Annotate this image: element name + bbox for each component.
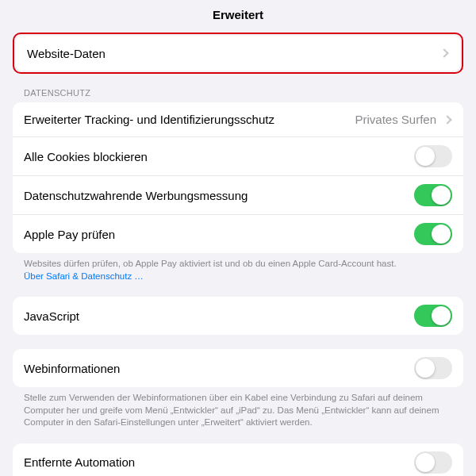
block-cookies-label: Alle Cookies blockieren <box>24 150 414 163</box>
tracking-protection-label: Erweiterter Tracking- und Identifizierun… <box>24 113 355 126</box>
website-data-label: Website-Daten <box>27 47 438 60</box>
tracking-protection-row[interactable]: Erweiterter Tracking- und Identifizierun… <box>13 102 463 137</box>
javascript-label: JavaScript <box>24 309 414 323</box>
apple-pay-label: Apple Pay prüfen <box>24 228 414 241</box>
web-inspector-row[interactable]: Webinformationen <box>13 349 463 387</box>
page-title: Erweitert <box>0 0 476 33</box>
privacy-list: Erweiterter Tracking- und Identifizierun… <box>13 102 463 253</box>
apple-pay-row[interactable]: Apple Pay prüfen <box>13 215 463 253</box>
privacy-section-header: DATENSCHUTZ <box>13 88 463 102</box>
remote-automation-toggle[interactable] <box>414 451 452 474</box>
privacy-footer: Websites dürfen prüfen, ob Apple Pay akt… <box>13 253 463 282</box>
about-privacy-link[interactable]: Über Safari & Datenschutz … <box>24 271 144 281</box>
remote-automation-row[interactable]: Entfernte Automation <box>13 443 463 476</box>
website-data-row[interactable]: Website-Daten <box>16 36 460 71</box>
remote-automation-label: Entfernte Automation <box>24 455 414 469</box>
privacy-footer-text: Websites dürfen prüfen, ob Apple Pay akt… <box>24 259 397 268</box>
javascript-list: JavaScript <box>13 297 463 335</box>
web-inspector-label: Webinformationen <box>24 362 414 375</box>
web-inspector-footer: Stelle zum Verwenden der Webinformatione… <box>13 387 463 429</box>
highlight-frame: Website-Daten <box>13 33 463 74</box>
tracking-protection-detail: Privates Surfen <box>355 113 436 126</box>
block-cookies-toggle[interactable] <box>414 145 452 167</box>
web-inspector-toggle[interactable] <box>414 357 452 379</box>
ad-measurement-row[interactable]: Datenschutzwahrende Werbungsmessung <box>13 176 463 215</box>
chevron-right-icon <box>443 115 451 124</box>
ad-measurement-label: Datenschutzwahrende Werbungsmessung <box>24 189 414 202</box>
remote-automation-list: Entfernte Automation <box>13 443 463 476</box>
javascript-row[interactable]: JavaScript <box>13 297 463 335</box>
ad-measurement-toggle[interactable] <box>414 184 452 206</box>
chevron-right-icon <box>440 48 448 57</box>
block-cookies-row[interactable]: Alle Cookies blockieren <box>13 137 463 176</box>
apple-pay-toggle[interactable] <box>414 223 452 245</box>
javascript-toggle[interactable] <box>414 305 452 327</box>
web-inspector-list: Webinformationen <box>13 349 463 387</box>
website-data-list: Website-Daten <box>16 36 460 71</box>
